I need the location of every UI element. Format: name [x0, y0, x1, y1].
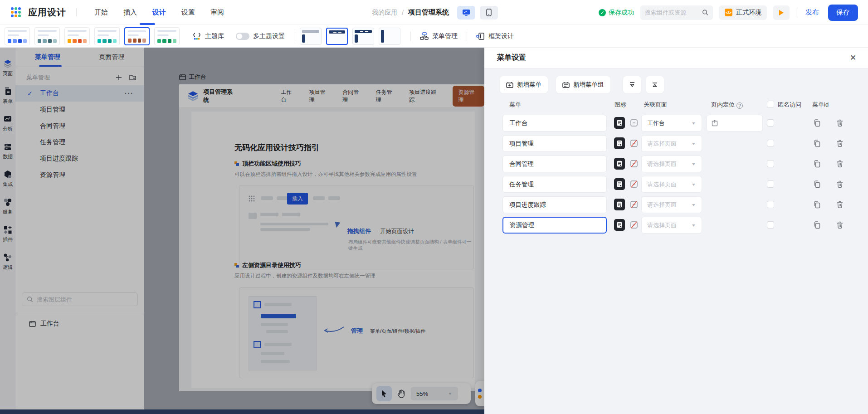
menu-icon-picker[interactable] [614, 158, 625, 170]
tab-start[interactable]: 开始 [94, 8, 108, 17]
menu-icon-picker[interactable] [614, 219, 625, 231]
drawer-header: 菜单设置 ✕ [484, 48, 868, 68]
delete-icon[interactable] [836, 160, 844, 168]
chevron-down-icon: ▼ [691, 182, 696, 187]
environment-switcher[interactable]: </> 正式环境 [719, 5, 767, 20]
add-menu-group-label: 新增菜单组 [573, 81, 604, 89]
copy-icon[interactable] [813, 139, 821, 147]
delete-icon[interactable] [836, 180, 844, 188]
global-search[interactable] [640, 5, 713, 20]
select-all-checkbox[interactable] [767, 101, 774, 108]
menu-name-input[interactable] [502, 217, 607, 234]
success-check-icon: ✓ [599, 9, 606, 16]
layout-option-2-selected[interactable] [326, 28, 348, 45]
theme-swatch-brown-selected[interactable] [124, 27, 150, 45]
environment-label: 正式环境 [736, 9, 761, 17]
anonymous-access-checkbox[interactable] [767, 221, 774, 229]
linked-page-select[interactable]: 请选择页面▼ [641, 156, 702, 172]
add-menu-button[interactable]: 新增菜单 [500, 76, 548, 93]
menu-name-input[interactable] [502, 156, 607, 172]
linked-page-select[interactable]: 工作台▼ [641, 115, 702, 132]
anonymous-access-checkbox[interactable] [767, 201, 774, 208]
copy-icon[interactable] [813, 160, 821, 168]
theme-library-button[interactable]: 主题库 [192, 32, 224, 40]
expand-all-icon [629, 82, 635, 88]
tab-review[interactable]: 审阅 [210, 8, 224, 17]
search-input[interactable] [645, 9, 698, 16]
add-menu-icon [506, 82, 513, 88]
expand-all-button[interactable] [623, 76, 641, 93]
copy-icon[interactable] [813, 180, 821, 188]
modal-mask[interactable] [0, 48, 484, 414]
menu-icon-picker[interactable] [614, 137, 625, 149]
play-icon [779, 10, 784, 15]
copy-icon[interactable] [813, 200, 821, 209]
help-icon[interactable]: ? [736, 102, 743, 109]
col-icon: 图标 [614, 101, 626, 109]
preview-run-button[interactable] [773, 5, 790, 20]
theme-swatch-cyan[interactable] [94, 27, 120, 45]
clear-icon-button[interactable] [629, 200, 639, 209]
anonymous-access-checkbox[interactable] [767, 119, 774, 127]
menu-name-input[interactable] [502, 196, 607, 213]
frame-design-icon [476, 32, 485, 40]
topbar-actions: ✓ 保存成功 </> 正式环境 发布 保存 [599, 0, 868, 25]
linked-page-select[interactable]: 请选择页面▼ [641, 217, 702, 234]
breadcrumb-current: 项目管理系统 [408, 8, 449, 17]
clear-icon-button[interactable] [629, 180, 639, 189]
copy-icon[interactable] [813, 119, 821, 127]
chevron-down-icon: ▼ [691, 223, 696, 228]
tab-design[interactable]: 设计 [152, 8, 166, 17]
environment-icon: </> [725, 9, 732, 16]
clear-icon-button[interactable] [629, 139, 639, 148]
anonymous-access-checkbox[interactable] [767, 140, 774, 147]
menu-name-input[interactable] [502, 135, 607, 152]
tab-insert[interactable]: 插入 [123, 8, 137, 17]
copy-icon[interactable] [813, 221, 821, 229]
clear-icon-button[interactable] [629, 220, 639, 229]
breadcrumb-parent[interactable]: 我的应用 [372, 9, 397, 17]
frame-design-button[interactable]: 框架设计 [476, 32, 514, 40]
menu-name-input[interactable] [502, 115, 607, 132]
desktop-preview-button[interactable] [457, 6, 475, 19]
menu-name-input[interactable] [502, 176, 607, 193]
delete-icon[interactable] [836, 119, 844, 127]
layout-option-1[interactable] [300, 28, 322, 45]
menu-icon-picker[interactable] [614, 178, 625, 190]
publish-button[interactable]: 发布 [803, 8, 822, 17]
multi-theme-toggle[interactable] [236, 33, 249, 40]
app-grid-icon[interactable] [11, 7, 21, 17]
search-icon [702, 9, 708, 16]
collapse-all-button[interactable] [646, 76, 664, 93]
theme-swatch-orange[interactable] [64, 27, 90, 45]
menu-icon-picker[interactable] [614, 199, 625, 210]
layout-option-4[interactable] [379, 28, 400, 45]
workspace: 页面 表单 分析 数据 集成 服务 插件 逻辑 [0, 48, 868, 414]
save-button[interactable]: 保存 [828, 5, 858, 21]
close-icon[interactable]: ✕ [848, 53, 858, 63]
delete-icon[interactable] [836, 139, 844, 147]
clear-icon-button[interactable] [629, 118, 639, 127]
linked-page-select[interactable]: 请选择页面▼ [641, 176, 702, 193]
clear-icon-button[interactable] [629, 159, 639, 168]
layout-option-3[interactable] [352, 28, 374, 45]
anonymous-access-checkbox[interactable] [767, 160, 774, 167]
add-menu-group-button[interactable]: 新增菜单组 [556, 76, 610, 93]
menu-settings-drawer: 菜单设置 ✕ 新增菜单 新增菜单组 菜单 图标 关联页面 页内定位? 匿名访问 … [484, 48, 868, 414]
delete-icon[interactable] [836, 200, 844, 209]
theme-swatch-slate[interactable] [34, 27, 60, 45]
linked-page-select[interactable]: 请选择页面▼ [641, 135, 702, 152]
tab-settings[interactable]: 设置 [181, 8, 195, 17]
linked-page-select[interactable]: 请选择页面▼ [641, 196, 702, 213]
page-anchor-input[interactable] [707, 115, 763, 132]
top-bar: 应用设计 开始 插入 设计 设置 审阅 我的应用 / 项目管理系统 ✓ 保存成功… [0, 0, 868, 25]
theme-swatch-blue[interactable] [5, 27, 30, 45]
divider [796, 8, 796, 17]
menu-glyph-icon [617, 161, 622, 167]
menu-icon-picker[interactable] [614, 117, 625, 129]
delete-icon[interactable] [836, 221, 844, 229]
theme-swatch-green[interactable] [154, 27, 180, 45]
mobile-preview-button[interactable] [480, 6, 498, 19]
menu-manage-button[interactable]: 菜单管理 [420, 32, 458, 40]
anonymous-access-checkbox[interactable] [767, 180, 774, 188]
